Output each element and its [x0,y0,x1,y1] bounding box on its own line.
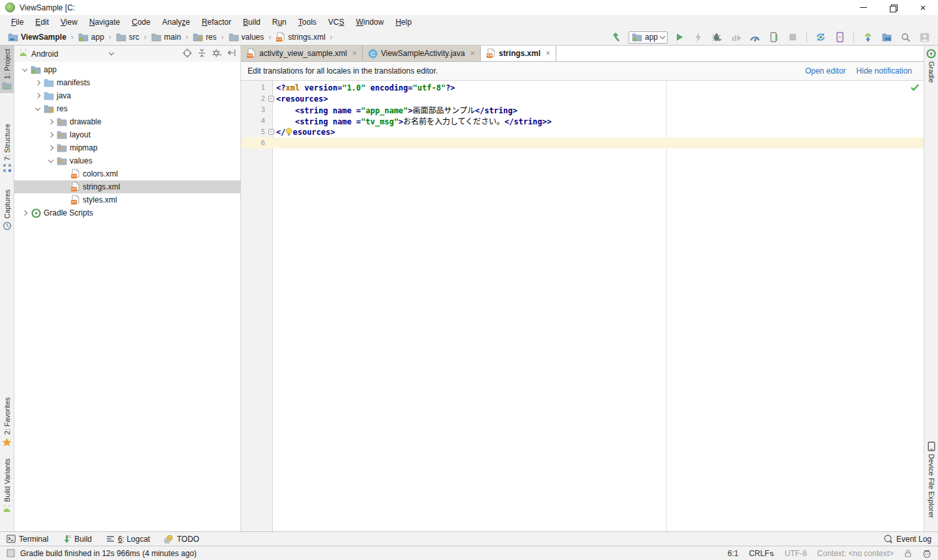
inspection-status-icon[interactable] [911,84,919,91]
android-profiler-button[interactable] [748,31,762,44]
tool-window-button-gradle[interactable]: Gradle [924,46,938,86]
editor-tab-activity-view-sample-xml[interactable]: <>activity_view_sample.xml× [241,46,363,61]
tab-close-icon[interactable]: × [352,49,357,58]
tree-item-drawable[interactable]: drawable [14,115,240,128]
tool-window-button-6-logcat[interactable]: 6: Logcat [106,535,150,544]
tree-item-colors-xml[interactable]: <>colors.xml [14,167,240,180]
hide-panel-button[interactable] [227,48,236,59]
minimize-button[interactable] [848,0,878,15]
menu-refactor[interactable]: Refactor [196,15,237,29]
code-editor[interactable]: 1<?xml version="1.0" encoding="utf-8"?>2… [241,81,924,531]
context-widget[interactable]: Context: <no context> [817,549,894,558]
tool-window-button-device-file-explorer[interactable]: Device File Explorer [924,438,938,521]
tool-window-toggle-icon[interactable] [7,549,15,557]
menu-build[interactable]: Build [237,15,266,29]
attach-debugger-button[interactable] [767,31,781,44]
tool-window-button-captures[interactable]: Captures [0,186,14,234]
tree-item-app[interactable]: app [14,63,240,76]
breadcrumb-strings-xml[interactable]: <>strings.xml [274,32,326,42]
menu-file[interactable]: File [5,15,29,29]
debug-button[interactable] [710,31,724,44]
tool-window-button-1-project[interactable]: 1: Project [0,46,14,93]
lock-icon[interactable] [904,549,912,557]
breadcrumb-app[interactable]: app [77,33,106,42]
close-button[interactable]: × [908,0,938,15]
tab-close-icon[interactable]: × [546,49,550,58]
chevron-right-icon[interactable] [46,133,56,137]
breadcrumb-values[interactable]: values [227,33,266,42]
stop-button[interactable] [786,31,800,44]
profile-account-button[interactable] [917,31,931,44]
menu-navigate[interactable]: Navigate [83,15,126,29]
editor-tab-viewsampleactivity-java[interactable]: CViewSampleActivity.java× [363,46,481,61]
make-project-button[interactable] [610,31,624,44]
tool-window-button-build[interactable]: 01Build [63,535,92,544]
tree-item-mipmap[interactable]: mipmap [14,141,240,154]
tree-item-java[interactable]: java [14,89,240,102]
chevron-right-icon[interactable] [46,120,56,124]
line-ending-widget[interactable]: CRLF⇅ [749,549,775,558]
run-configuration-select[interactable]: app [629,31,668,44]
chevron-down-icon[interactable] [20,69,30,71]
menu-window[interactable]: Window [350,15,390,29]
chevron-down-icon[interactable] [46,160,56,162]
breadcrumb-res[interactable]: res [192,33,218,42]
tree-item-manifests[interactable]: manifests [14,76,240,89]
run-button[interactable] [672,31,687,44]
menu-tools[interactable]: Tools [292,15,322,29]
tab-close-icon[interactable]: × [470,49,475,58]
tool-window-button-terminal[interactable]: Terminal [7,535,48,544]
tree-item-layout[interactable]: layout [14,128,240,141]
menu-vcs[interactable]: VCS [322,15,350,29]
tool-window-button-7-structure[interactable]: 7: Structure [0,120,14,176]
locate-button[interactable] [182,48,192,60]
open-editor-link[interactable]: Open editor [805,66,846,76]
settings-button[interactable] [212,48,222,60]
chevron-right-icon[interactable] [33,94,43,98]
notification-links: Open editorHide notification [805,66,917,76]
tree-item-values[interactable]: values [14,154,240,167]
project-structure-button[interactable] [879,31,894,44]
fold-marker-icon[interactable]: − [268,129,274,135]
tree-item-styles-xml[interactable]: <>styles.xml [14,193,240,206]
window-title: ViewSample [C: [20,3,75,12]
sdk-manager-button[interactable] [860,31,875,44]
tool-window-button-build-variants[interactable]: Build Variants [0,455,14,516]
menu-run[interactable]: Run [266,15,292,29]
tool-window-button-2-favorites[interactable]: 2: Favorites [0,394,14,449]
hide-notification-link[interactable]: Hide notification [857,66,912,76]
tool-window-button-event-log[interactable]: Event Log [883,535,931,544]
project-view-selector[interactable]: Android [31,49,58,59]
collapse-all-button[interactable] [197,48,206,60]
intention-bulb-icon[interactable] [285,128,292,136]
breadcrumb-src[interactable]: src [115,33,141,42]
label: Code [132,18,150,27]
gradle-sync-button[interactable] [814,31,828,44]
search-everywhere-button[interactable] [898,31,913,44]
editor-tab-strings-xml[interactable]: <>strings.xml× [481,46,556,61]
breadcrumb-main[interactable]: main [150,33,182,42]
menu-code[interactable]: Code [126,15,156,29]
tree-item-gradle-scripts[interactable]: Gradle Scripts [14,206,240,219]
avd-manager-button[interactable] [832,31,847,44]
menu-analyze[interactable]: Analyze [156,15,196,29]
profile-button[interactable] [729,31,743,44]
caret-position-widget[interactable]: 6:1 [728,549,739,558]
layout-icon [882,33,892,42]
restore-button[interactable] [878,0,908,15]
menu-edit[interactable]: Edit [29,15,55,29]
encoding-widget[interactable]: UTF-8 [785,549,807,558]
tree-item-res[interactable]: res [14,102,240,115]
chevron-right-icon[interactable] [33,81,43,85]
chevron-right-icon[interactable] [20,211,30,215]
apply-changes-button[interactable] [691,31,705,44]
tool-window-button-todo[interactable]: TODO [164,535,199,544]
menu-help[interactable]: Help [390,15,418,29]
inspections-hector-icon[interactable] [922,549,931,558]
fold-marker-icon[interactable]: − [268,96,274,102]
chevron-down-icon[interactable] [33,108,43,110]
chevron-right-icon[interactable] [46,146,56,150]
menu-view[interactable]: View [55,15,83,29]
tree-item-strings-xml[interactable]: <>strings.xml [14,180,240,193]
breadcrumb-viewsample[interactable]: ViewSample [7,33,68,42]
